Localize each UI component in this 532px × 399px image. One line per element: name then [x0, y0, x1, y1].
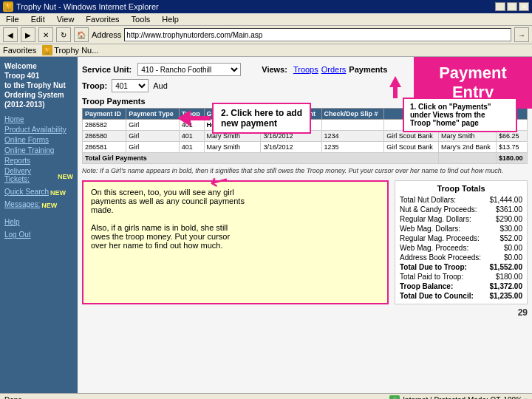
- info-line1: On this screen, too, you will see any gi…: [91, 188, 380, 197]
- views-label: Views:: [262, 65, 287, 74]
- cell-id-2: 286581: [83, 142, 126, 153]
- header-title-line1: Payment: [439, 64, 507, 83]
- tab-troops[interactable]: Troops: [293, 65, 318, 74]
- go-button[interactable]: →: [514, 27, 529, 42]
- sidebar-item-product[interactable]: Product Availability: [4, 126, 73, 134]
- info-line3: made.: [91, 205, 380, 214]
- address-label: Address: [92, 30, 121, 39]
- sidebar-welcome: Welcome Troop 401 to the Trophy Nut Orde…: [4, 61, 73, 109]
- totals-row-3: Web Mag. Dollars: $30.00: [400, 224, 522, 233]
- service-unit-select[interactable]: 410 - Rancho Foothill: [137, 63, 241, 76]
- totals-row-0: Total Nut Dollars: $1,444.00: [400, 195, 522, 205]
- svg-marker-2: [177, 110, 211, 126]
- favorites-trophy-nut[interactable]: 🏆 Trophy Nu...: [42, 45, 98, 55]
- cell-id-1: 286580: [83, 131, 126, 142]
- sidebar-item-reports[interactable]: Reports: [4, 157, 73, 165]
- close-button[interactable]: ✕: [519, 2, 529, 11]
- table-row: 286581 Girl 401 Mary Smith 3/16/2012 123…: [83, 142, 528, 153]
- tab-payments[interactable]: Payments: [349, 65, 387, 74]
- cell-check-2: 1235: [321, 142, 384, 153]
- sidebar-logout: Log Out: [4, 231, 73, 239]
- arrow-up-payments: [388, 76, 403, 100]
- window-controls: _ □ ✕: [495, 2, 529, 11]
- minimize-button[interactable]: _: [495, 2, 505, 11]
- refresh-button[interactable]: ↻: [56, 27, 71, 42]
- status-left: Done: [4, 396, 22, 399]
- toolbar: ◀ ▶ ✕ ↻ 🏠 Address →: [0, 26, 532, 44]
- step2-line1: 2. Click here to add: [221, 108, 302, 118]
- cell-troop-1: 401: [179, 131, 204, 142]
- back-button[interactable]: ◀: [3, 27, 18, 42]
- address-input[interactable]: [124, 28, 511, 41]
- totals-section: Troop Totals Total Nut Dollars: $1,444.0…: [395, 180, 528, 304]
- svg-marker-0: [389, 76, 401, 87]
- service-unit-label: Service Unit:: [82, 65, 132, 74]
- svg-rect-1: [393, 87, 398, 98]
- sidebar-link-help[interactable]: Help: [4, 218, 73, 226]
- info-line6: owes the troop money. Put your cursor: [91, 232, 380, 241]
- security-text: Internet | Protected Mode: OT: [403, 396, 500, 399]
- delivery-new-badge: NEW: [58, 173, 73, 180]
- troop-suffix: Aud: [153, 81, 168, 90]
- sidebar-nav: Home Product Availability Online Forms O…: [4, 115, 73, 211]
- sidebar-item-delivery[interactable]: Delivery Tickets:: [4, 167, 56, 183]
- status-done-text: Done: [4, 396, 22, 399]
- menu-edit[interactable]: Edit: [28, 14, 48, 24]
- step1-annotation: 1. Click on "Payments" under Views from …: [403, 98, 517, 132]
- sidebar-item-messages[interactable]: Messages:: [4, 200, 40, 208]
- menu-tools[interactable]: Tools: [129, 14, 154, 24]
- totals-row-7: Total Due to Troop: $1,552.00: [400, 262, 522, 272]
- totals-row-8: Total Paid to Troop: $180.00: [400, 272, 522, 282]
- info-line2: payments as well as any council payments: [91, 197, 380, 205]
- tab-orders[interactable]: Orders: [321, 65, 347, 74]
- step1-line3: Troop "home" page: [410, 119, 510, 127]
- sidebar-item-quicksearch[interactable]: Quick Search: [4, 188, 49, 196]
- menu-help[interactable]: Help: [159, 14, 182, 24]
- zoom-level: 100%: [503, 396, 522, 399]
- favorites-trophy-label: Trophy Nu...: [54, 46, 98, 55]
- menu-favorites[interactable]: Favorites: [83, 14, 122, 24]
- table-total-row: Total Girl Payments $180.00: [83, 153, 528, 164]
- cell-type-1: Girl: [126, 131, 179, 142]
- sidebar: Welcome Troop 401 to the Trophy Nut Orde…: [0, 57, 78, 393]
- bottom-section: On this screen, too, you will see any gi…: [82, 177, 528, 304]
- step2-annotation: 2. Click here to add new payment: [212, 103, 311, 134]
- menu-bar: File Edit View Favorites Tools Help: [0, 13, 532, 26]
- favorites-bar: Favorites 🏆 Trophy Nu...: [0, 44, 532, 57]
- total-label: Total Girl Payments: [83, 153, 439, 164]
- totals-row-4: Regular Mag. Proceeds: $52.00: [400, 233, 522, 243]
- views-tabs: Troops Orders Payments: [293, 65, 387, 74]
- address-bar: Address: [92, 28, 511, 41]
- cell-check-1: 1234: [321, 131, 384, 142]
- home-button[interactable]: 🏠: [74, 27, 89, 42]
- step2-line2: new payment: [221, 118, 302, 129]
- troop-select[interactable]: 401: [112, 79, 149, 92]
- favorites-label: Favorites: [3, 46, 36, 55]
- title-bar-text: Trophy Nut - Windows Internet Explorer: [16, 2, 492, 11]
- messages-new-badge: NEW: [41, 202, 57, 209]
- menu-file[interactable]: File: [3, 14, 22, 24]
- menu-view[interactable]: View: [54, 14, 78, 24]
- totals-row-6: Address Book Proceeds: $0.00: [400, 253, 522, 262]
- total-amount: $180.00: [497, 153, 528, 164]
- security-icon: 🔒: [389, 395, 400, 400]
- status-right: 🔒 Internet | Protected Mode: OT 100% ▾: [389, 395, 528, 400]
- info-line7: over her name to find out how much.: [91, 241, 380, 250]
- sidebar-item-home[interactable]: Home: [4, 115, 73, 123]
- totals-row-9: Troop Balance: $1,372.00: [400, 282, 522, 291]
- browser-icon: 🏆: [3, 1, 13, 12]
- browser-window: 🏆 Trophy Nut - Windows Internet Explorer…: [0, 0, 532, 399]
- cell-troop-2: 401: [179, 142, 204, 153]
- main-container: Welcome Troop 401 to the Trophy Nut Orde…: [0, 57, 532, 393]
- sidebar-item-forms[interactable]: Online Forms: [4, 136, 73, 144]
- zoom-control[interactable]: 100% ▾: [503, 396, 528, 399]
- maximize-button[interactable]: □: [507, 2, 517, 11]
- cell-girl-2: Mary Smith: [204, 142, 261, 153]
- forward-button[interactable]: ▶: [21, 27, 35, 42]
- step1-line1: 1. Click on "Payments": [410, 103, 510, 111]
- total-value: [438, 153, 496, 164]
- sidebar-link-logout[interactable]: Log Out: [4, 231, 73, 239]
- arrow-left-add: [177, 110, 211, 128]
- stop-button[interactable]: ✕: [38, 27, 53, 42]
- sidebar-item-training[interactable]: Online Training: [4, 146, 73, 154]
